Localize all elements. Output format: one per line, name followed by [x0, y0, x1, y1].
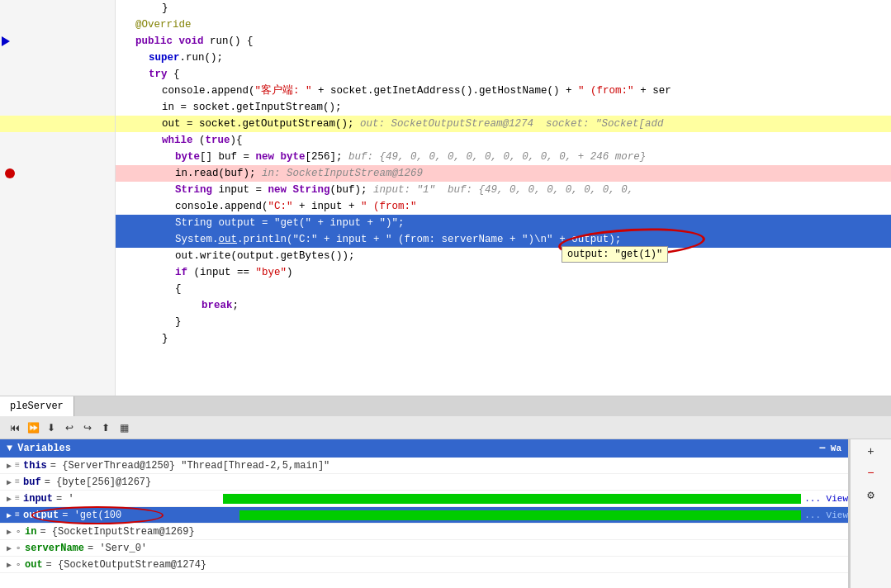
- gutter-line-arrow: [0, 33, 115, 50]
- var-value-this: = {ServerThread@1250} "Thread[Thread-2,5…: [50, 460, 848, 472]
- input-view-link[interactable]: ... View: [804, 494, 848, 504]
- debug-toolbar: ⏮ ⏩ ⬇ ↩ ↪ ⬆ ▦: [0, 416, 891, 439]
- gutter-line-17: [0, 264, 115, 281]
- panel-collapse-icon[interactable]: ▼: [7, 443, 12, 454]
- var-value-buf: = {byte[256]@1267}: [45, 477, 848, 488]
- expand-output[interactable]: ▶: [3, 510, 15, 521]
- code-line-out: out = socket.getOutputStream(); out: Soc…: [116, 116, 891, 132]
- code-lines: } @Override public void run() { super.ru…: [116, 0, 891, 396]
- gutter-line-16: [0, 248, 115, 264]
- code-line-console-append: console.append("客户端: " + socket.getInetA…: [116, 83, 891, 99]
- variables-content: ▶ ≡ this = {ServerThread@1250} "Thread[T…: [0, 458, 848, 588]
- var-value-out: = {SocketOutputStream@1274}: [46, 559, 848, 571]
- gutter-line-5: [0, 66, 115, 83]
- step-out-button[interactable]: ⬇: [43, 420, 59, 436]
- code-line-close-outer: }: [116, 330, 891, 347]
- var-icon-this: ≡: [15, 461, 20, 470]
- pause-button[interactable]: ↪: [79, 420, 96, 436]
- var-icon-buf: ≡: [15, 477, 20, 486]
- var-name-servername: serverName: [25, 543, 84, 554]
- panel-header-left: ▼ Variables: [7, 443, 71, 454]
- gutter-line-12: [0, 182, 115, 198]
- var-icon-output: ≡: [15, 510, 20, 519]
- gutter-line-19: [0, 297, 115, 314]
- gutter-line-4: [0, 50, 115, 66]
- code-line-run: public void run() {: [116, 33, 891, 50]
- var-value-input: = ': [56, 493, 223, 505]
- expand-this[interactable]: ▶: [3, 460, 15, 472]
- resume-button[interactable]: ↩: [61, 420, 78, 436]
- expand-out[interactable]: ▶: [3, 559, 15, 571]
- table-button[interactable]: ▦: [116, 420, 132, 436]
- expand-in[interactable]: ▶: [3, 526, 15, 538]
- var-icon-out: ⚬: [15, 560, 21, 570]
- var-row-in[interactable]: ▶ ⚬ in = {SocketInputStream@1269}: [0, 524, 848, 540]
- output-view-link[interactable]: ... View: [804, 510, 848, 520]
- variables-title: Variables: [17, 443, 71, 454]
- var-name-out: out: [25, 559, 43, 571]
- var-row-output[interactable]: ▶ ≡ output = 'get(100 ... View: [0, 507, 848, 524]
- code-line-if: if (input == "bye"): [116, 264, 891, 281]
- var-icon-in: ⚬: [15, 527, 21, 537]
- wa-label: Wa: [831, 443, 841, 453]
- var-name-buf: buf: [23, 477, 41, 488]
- step-over-button[interactable]: ⏩: [25, 420, 41, 436]
- code-line-1: }: [116, 0, 891, 17]
- step-into-button[interactable]: ⏮: [7, 420, 23, 436]
- code-line-string-input: String input = new String(buf); input: "…: [116, 182, 891, 198]
- gutter-line-8: [0, 116, 115, 132]
- expand-servername[interactable]: ▶: [3, 543, 15, 554]
- right-side-panel: + − ⚙: [850, 439, 891, 588]
- gutter-line-6: [0, 83, 115, 99]
- expand-buf[interactable]: ▶: [3, 477, 15, 488]
- code-line-in: in = socket.getInputStream();: [116, 99, 891, 116]
- code-line-break: break;: [116, 297, 891, 314]
- remove-watch-button[interactable]: −: [862, 464, 880, 482]
- code-line-try: try {: [116, 66, 891, 83]
- code-line-buf: byte[] buf = new byte[256]; buf: {49, 0,…: [116, 149, 891, 165]
- panel-pin-button[interactable]: −: [817, 442, 827, 455]
- settings-button[interactable]: ⚙: [862, 486, 880, 504]
- var-row-this[interactable]: ▶ ≡ this = {ServerThread@1250} "Thread[T…: [0, 458, 848, 474]
- var-row-buf[interactable]: ▶ ≡ buf = {byte[256]@1267}: [0, 474, 848, 491]
- var-row-servername[interactable]: ▶ ⚬ serverName = 'Serv_0': [0, 540, 848, 557]
- code-editor: } @Override public void run() { super.ru…: [0, 0, 891, 396]
- code-line-while: while (true){: [116, 132, 891, 149]
- gutter-line-1: [0, 0, 115, 17]
- var-value-servername: = 'Serv_0': [88, 543, 848, 554]
- add-watch-button[interactable]: +: [862, 443, 880, 461]
- gutter-line-10: [0, 149, 115, 165]
- var-name-output: output: [23, 510, 59, 521]
- var-name-in: in: [25, 526, 36, 538]
- gutter-line-2: [0, 17, 115, 33]
- variables-panel: ▼ Variables − Wa ▶ ≡ this = {ServerThrea…: [0, 439, 850, 588]
- gutter-line-7: [0, 99, 115, 116]
- gutter-line-21: [0, 330, 115, 347]
- expand-input[interactable]: ▶: [3, 493, 15, 505]
- code-line-inread: in.read(buf); in: SocketInputStream@1269: [116, 165, 891, 182]
- output-bar: [239, 510, 801, 520]
- gutter-line-9: [0, 132, 115, 149]
- var-row-input[interactable]: ▶ ≡ input = ' ... View: [0, 491, 848, 507]
- panel-header-right: − Wa: [817, 442, 841, 455]
- code-line-super: super.run();: [116, 50, 891, 66]
- var-row-out[interactable]: ▶ ⚬ out = {SocketOutputStream@1274}: [0, 557, 848, 573]
- code-line-console-c: console.append("C:" + input + " (from:": [116, 198, 891, 215]
- tab-label: pleServer: [10, 401, 64, 412]
- gutter-line-15: [0, 231, 115, 248]
- gutter-line-13: [0, 198, 115, 215]
- gutter-line-18: [0, 281, 115, 297]
- code-line-close-inner: }: [116, 314, 891, 330]
- gutter-line-14: [0, 215, 115, 231]
- tooltip-output: output: "get(1)": [562, 246, 668, 263]
- var-icon-servername: ⚬: [15, 543, 21, 553]
- code-line-outwrite: out.write(output.getBytes());: [116, 248, 891, 264]
- tab-bar: pleServer: [0, 396, 891, 416]
- tab-pleserver[interactable]: pleServer: [0, 396, 74, 416]
- code-line-string-output: String output = "get(" + input + ")";: [116, 215, 891, 231]
- bottom-panels: ▼ Variables − Wa ▶ ≡ this = {ServerThrea…: [0, 439, 891, 588]
- code-line-annotation: @Override: [116, 17, 891, 33]
- gutter-line-20: [0, 314, 115, 330]
- var-value-output: = 'get(100: [62, 510, 239, 521]
- stop-button[interactable]: ⬆: [97, 420, 114, 436]
